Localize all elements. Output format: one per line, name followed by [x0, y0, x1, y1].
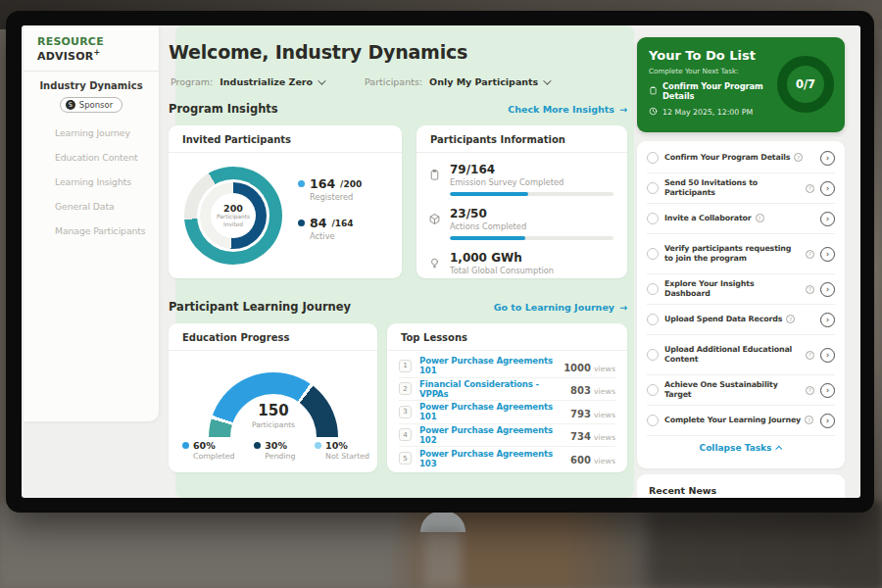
lesson-row: 3 Power Purchase Agreements 101 793views: [399, 401, 615, 424]
task-row: Invite a Collaborator? ›: [647, 204, 835, 234]
task-checkbox[interactable]: [647, 283, 659, 295]
section-title: Program Insights: [169, 102, 278, 116]
gauge-legend: 60% Completed 30% Pending 10% Not Starte…: [182, 440, 369, 461]
section-title: Participant Learning Journey: [169, 300, 351, 314]
sidebar-item-learning-journey[interactable]: Learning Journey: [24, 121, 159, 145]
invited-participants-card: Invited Participants 200 Participants In…: [169, 125, 402, 278]
sidebar-nav: Home Insights Education Learning Journey…: [24, 121, 159, 243]
info-icon[interactable]: ?: [806, 386, 814, 395]
task-checkbox[interactable]: [647, 415, 659, 426]
lesson-link[interactable]: Power Purchase Agreements 102: [419, 425, 563, 445]
rank-badge: 3: [399, 406, 412, 418]
sidebar-item-manage-participants[interactable]: Manage Participants: [24, 219, 159, 243]
task-open-button[interactable]: ›: [820, 383, 835, 398]
lesson-link[interactable]: Financial Considerations - VPPAs: [419, 379, 563, 399]
participants-filter-dropdown[interactable]: Only My Participants: [429, 76, 549, 87]
sidebar-item-general-data[interactable]: General Data: [24, 194, 159, 219]
todo-progress-ring: 0/7: [777, 56, 834, 113]
clipboard-icon: [428, 163, 442, 196]
task-open-button[interactable]: ›: [820, 212, 835, 226]
task-row: Upload Additional Educational Content? ›: [647, 335, 835, 375]
top-lessons-card: Top Lessons 1 Power Purchase Agreements …: [387, 323, 627, 472]
learning-journey-header: Participant Learning Journey Go to Learn…: [169, 300, 627, 314]
task-checkbox[interactable]: [647, 182, 659, 194]
task-checkbox[interactable]: [647, 349, 659, 361]
photo-backdrop: RESOURCE ADVISOR+ Industry Dynamics S Sp…: [0, 0, 882, 588]
dashboard-screen: RESOURCE ADVISOR+ Industry Dynamics S Sp…: [22, 25, 860, 498]
rank-badge: 2: [399, 382, 412, 395]
recent-news-card: Recent News: [637, 474, 845, 498]
lesson-row: 5 Power Purchase Agreements 103 600views: [399, 447, 615, 470]
progress-fill: [450, 192, 528, 196]
lesson-link[interactable]: Power Purchase Agreements 101: [419, 356, 556, 375]
chevron-down-icon: [318, 76, 325, 84]
info-icon[interactable]: ?: [794, 153, 803, 162]
legend-dot: [315, 442, 321, 449]
info-icon[interactable]: ?: [805, 416, 813, 424]
info-icon[interactable]: ?: [806, 351, 814, 360]
legend-dot: [182, 442, 189, 449]
backdrop-shadow: [647, 510, 882, 588]
todo-panel: Your To Do List Complete Your Next Task:…: [637, 25, 845, 498]
stat-emission-survey: 79/164 Emission Survey Completed: [428, 163, 613, 196]
legend-item-not-started: 10% Not Started: [315, 440, 369, 461]
invited-donut-chart: 200 Participants Invited: [184, 167, 282, 265]
task-open-button[interactable]: ›: [820, 181, 835, 196]
task-row: Confirm Your Program Details? ›: [647, 143, 835, 173]
todo-hero-card: Your To Do List Complete Your Next Task:…: [637, 37, 845, 132]
check-more-insights-link[interactable]: Check More Insights →: [508, 104, 627, 115]
info-icon[interactable]: ?: [756, 214, 764, 222]
lesson-link[interactable]: Power Purchase Agreements 103: [419, 449, 563, 468]
chevron-down-icon: [543, 76, 551, 84]
tasks-card: Confirm Your Program Details? › Send 50 …: [637, 141, 845, 468]
lesson-row: 4 Power Purchase Agreements 102 734views: [399, 424, 615, 448]
main-content: Welcome, Industry Dynamics Program: Indu…: [169, 25, 627, 498]
task-open-button[interactable]: ›: [820, 313, 835, 327]
task-checkbox[interactable]: [647, 314, 659, 325]
lessons-list: 1 Power Purchase Agreements 101 1000view…: [387, 351, 627, 470]
collapse-tasks-link[interactable]: Collapse Tasks: [647, 436, 835, 460]
info-icon[interactable]: ?: [786, 315, 795, 323]
arrow-right-icon: →: [619, 104, 627, 115]
progress-track: [450, 192, 613, 196]
card-title: Invited Participants: [169, 125, 402, 153]
progress-track: [450, 236, 613, 240]
sponsor-label: Sponsor: [79, 100, 114, 110]
task-row: Upload Spend Data Records? ›: [647, 305, 835, 335]
lesson-link[interactable]: Power Purchase Agreements 101: [419, 402, 563, 421]
info-icon[interactable]: ?: [806, 184, 814, 193]
task-row: Complete Your Learning Journey? ›: [647, 406, 835, 436]
participants-filter-label: Participants:: [365, 76, 422, 87]
program-insights-header: Program Insights Check More Insights →: [169, 102, 627, 116]
program-filter-dropdown[interactable]: Industrialize Zero: [220, 76, 323, 87]
logo-plus: +: [93, 48, 100, 57]
stat-global-consumption: 1,000 GWh Total Global Consumption: [428, 251, 613, 278]
info-icon[interactable]: ?: [806, 250, 814, 259]
sponsor-badge[interactable]: S Sponsor: [60, 97, 123, 113]
filter-bar: Program: Industrialize Zero Participants…: [171, 76, 549, 87]
app-logo: RESOURCE ADVISOR+: [24, 25, 159, 72]
sidebar-item-education-content[interactable]: Education Content: [24, 145, 159, 170]
task-checkbox[interactable]: [647, 213, 659, 224]
task-open-button[interactable]: ›: [820, 414, 835, 428]
donut-center-label: 200 Participants Invited: [211, 193, 256, 238]
task-checkbox[interactable]: [647, 384, 659, 396]
arrow-right-icon: →: [619, 302, 627, 313]
task-open-button[interactable]: ›: [820, 151, 835, 166]
task-open-button[interactable]: ›: [820, 247, 835, 262]
legend-dot: [254, 442, 261, 449]
donut-legend: 164/200 Registered 84/164 Active: [298, 176, 362, 255]
page-title: Welcome, Industry Dynamics: [169, 41, 467, 63]
chevron-up-icon: [776, 445, 783, 452]
sidebar: RESOURCE ADVISOR+ Industry Dynamics S Sp…: [24, 25, 159, 421]
task-open-button[interactable]: ›: [820, 348, 835, 363]
go-to-learning-journey-link[interactable]: Go to Learning Journey →: [494, 302, 627, 313]
sidebar-item-learning-insights[interactable]: Learning Insights: [24, 170, 159, 194]
info-icon[interactable]: ?: [806, 285, 814, 294]
recent-news-title: Recent News: [649, 485, 833, 496]
logo-text-secondary: ADVISOR: [37, 50, 93, 63]
task-checkbox[interactable]: [647, 152, 659, 164]
task-row: Send 50 Invitations to Participants? ›: [647, 173, 835, 204]
task-open-button[interactable]: ›: [820, 282, 835, 297]
task-checkbox[interactable]: [647, 248, 659, 260]
